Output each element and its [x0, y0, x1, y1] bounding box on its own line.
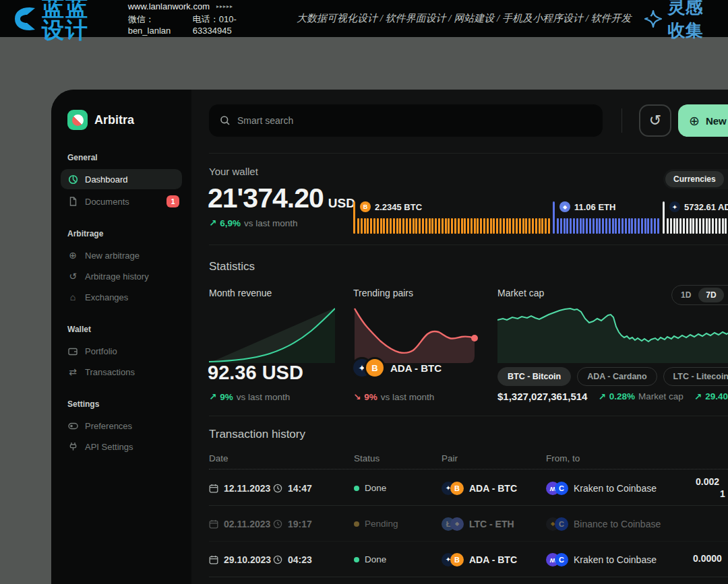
app-brand[interactable]: Arbitra	[67, 110, 179, 130]
table-header: Date Status Pair From, to	[209, 452, 728, 469]
status-dot	[354, 557, 359, 562]
document-icon	[67, 197, 78, 206]
status-text: Done	[365, 483, 386, 493]
nav-section-general: General	[67, 153, 179, 162]
asset-pill[interactable]: BTC - Bitcoin	[497, 367, 571, 386]
market-cap-chart	[497, 304, 728, 363]
segment-marker	[663, 201, 665, 234]
wallet-view-tabs: Currencies E	[663, 169, 728, 189]
wallet-title: Your wallet	[209, 166, 258, 177]
statistics-title: Statistics	[209, 260, 255, 273]
banner-contact: www.lanlanwork.com ▸▸▸▸▸ 微信：ben_lanlan 电…	[128, 1, 257, 36]
dashboard-card: Arbitra General Dashboard Documents 1 Ar…	[51, 90, 728, 584]
status-dot	[354, 521, 359, 527]
table-row[interactable]: 12.11.2023 14:47 Done ADA - BTC Kraken t…	[209, 470, 728, 506]
market-cap-value: $1,327,027,361,514	[497, 391, 587, 402]
banner-services: 大数据可视化设计 / 软件界面设计 / 网站建设 / 手机及小程序设计 / 软件…	[297, 12, 632, 25]
btc-coin-icon	[450, 482, 464, 495]
btc-bars	[357, 218, 550, 234]
sidebar-item-dashboard[interactable]: Dashboard	[61, 169, 182, 189]
documents-badge: 1	[166, 195, 179, 207]
lanlan-logo-text: 蓝蓝设计	[42, 0, 111, 41]
sidebar-item-exchanges[interactable]: ⌂ Exchanges	[67, 287, 179, 307]
section-divider	[209, 245, 728, 245]
app-title: Arbitra	[94, 113, 134, 127]
asset-pill[interactable]: ADA - Cardano	[577, 367, 657, 386]
table-row[interactable]: 29.10.2023 04:23 Done ADA - BTC Kraken t…	[209, 542, 728, 577]
asset-pill[interactable]: LTC - Litecoin	[663, 367, 728, 386]
amount: 0.0000	[693, 553, 722, 564]
eth-coin-icon	[559, 201, 570, 212]
timeframe-toggle: 1D7D1M	[671, 285, 728, 305]
promo-banner: 蓝蓝设计 www.lanlanwork.com ▸▸▸▸▸ 微信：ben_lan…	[0, 0, 728, 37]
eth-amount: 11.06 ETH	[574, 202, 615, 212]
topbar-divider	[621, 108, 622, 133]
col-from-to: From, to	[546, 453, 580, 463]
sparkle-star-icon	[644, 9, 663, 28]
range-7d[interactable]: 7D	[698, 288, 723, 302]
trending-pairs-label: Trending pairs	[353, 288, 413, 298]
search-icon	[220, 115, 231, 126]
clock-icon	[273, 555, 282, 564]
home-icon: ⌂	[67, 292, 78, 302]
coinbase-icon	[555, 482, 568, 495]
col-date: Date	[209, 453, 229, 463]
transaction-history-title: Transaction history	[209, 428, 305, 441]
trend-up-icon: ↗	[694, 391, 702, 402]
sidebar-item-preferences[interactable]: Preferences	[67, 416, 179, 436]
col-pair: Pair	[442, 453, 458, 463]
history-clock-icon: ↺	[649, 112, 661, 129]
sidebar-item-arbitrage-history[interactable]: ↺ Arbitrage history	[67, 266, 179, 286]
btc-coin-icon	[366, 359, 384, 377]
wallet-balance: 21'374.20USD	[208, 183, 355, 214]
pair-name: ADA - BTC	[390, 362, 442, 374]
amount: 1	[720, 488, 725, 499]
clock-icon	[273, 484, 282, 493]
nav-section-settings: Settings	[67, 399, 179, 409]
market-cap-stats: $1,327,027,361,514 ↗ 0.28% Market cap ↗ …	[497, 391, 728, 402]
search-input[interactable]	[237, 115, 592, 126]
sidebar-item-api-settings[interactable]: API Settings	[67, 436, 179, 457]
arrows-icon: ▸▸▸▸▸	[216, 3, 233, 9]
toggle-icon	[67, 422, 78, 430]
wallet-segment-eth: 11.06 ETH	[553, 201, 659, 234]
sidebar-item-portfolio[interactable]: Portfolio	[67, 341, 179, 361]
history-button[interactable]: ↺	[639, 104, 671, 137]
sidebar-item-new-arbitrage[interactable]: ⊕ New arbitrage	[67, 245, 179, 265]
calendar-icon	[209, 555, 218, 564]
plus-icon: ⊕	[689, 113, 700, 129]
section-divider	[209, 153, 728, 154]
status-text: Pending	[365, 519, 398, 529]
dashboard-pie-icon	[67, 174, 78, 185]
coinbase-icon	[555, 553, 568, 566]
sidebar-item-transactions[interactable]: ⇄ Transactions	[67, 362, 179, 382]
wallet-icon	[67, 347, 78, 356]
banner-url[interactable]: www.lanlanwork.com	[128, 1, 210, 11]
new-arbitrage-button[interactable]: ⊕ New a	[678, 104, 728, 137]
status-dot	[354, 486, 359, 491]
trend-down-icon: ↘	[353, 391, 361, 402]
trending-pairs-change: ↘ 9% vs last month	[353, 391, 434, 402]
month-revenue-chart	[209, 306, 335, 364]
market-cap-label: Market cap	[497, 288, 544, 298]
wallet-change: ↗ 6,9% vs last month	[209, 218, 298, 228]
segment-marker	[353, 201, 355, 234]
table-row[interactable]: 02.11.2023 19:17 Pending LTC - ETH Binan…	[209, 506, 728, 542]
range-1m[interactable]: 1M	[724, 288, 728, 302]
btc-amount: 2.2345 BTC	[375, 202, 422, 212]
sidebar-item-documents[interactable]: Documents 1	[67, 191, 179, 212]
page: 蓝蓝设计 www.lanlanwork.com ▸▸▸▸▸ 微信：ben_lan…	[0, 0, 728, 584]
inspiration-link[interactable]: 灵感收集	[644, 0, 719, 42]
segment-marker	[553, 201, 555, 234]
lanlan-logo[interactable]: 蓝蓝设计	[9, 0, 111, 41]
calendar-icon	[209, 519, 218, 529]
range-1d[interactable]: 1D	[673, 288, 698, 302]
eth-coin-icon	[450, 517, 464, 531]
arbitra-logo-icon	[67, 110, 88, 130]
status-text: Done	[365, 554, 386, 564]
tab-currencies[interactable]: Currencies	[665, 171, 724, 187]
clock-icon	[273, 519, 282, 529]
history-icon: ↺	[67, 271, 78, 282]
trending-pairs-chart	[353, 306, 480, 364]
ada-bars	[667, 218, 728, 234]
